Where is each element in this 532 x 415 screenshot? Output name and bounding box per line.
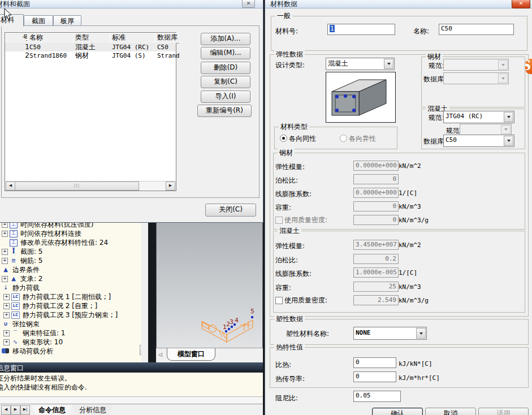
renumber-button[interactable]: 重新编号(R) xyxy=(197,105,252,117)
conductivity-field[interactable]: 0 xyxy=(353,371,396,382)
tree-item-moving-load-analysis[interactable]: 移动荷载分析 xyxy=(0,347,141,356)
tree-item-rebar[interactable]: + ≣ 钢筋: 5 xyxy=(0,256,141,265)
steel-weight-field: 0 xyxy=(353,201,399,211)
column-header-db[interactable]: 数据库 xyxy=(155,33,179,44)
boundary-icon: ▲ xyxy=(2,266,10,273)
tree-item-supports[interactable]: + ▲ 支承: 2 xyxy=(0,274,141,283)
ok-button[interactable]: 确认 xyxy=(372,408,423,415)
steel-spec-label: 规范: xyxy=(429,61,444,71)
concrete-mass-density-checkbox[interactable] xyxy=(275,297,283,304)
tab-scroll-left-button[interactable]: ◀ xyxy=(1,405,11,415)
import-button[interactable]: 导入(I) xyxy=(201,90,250,103)
scrollbar-thumb[interactable]: ||| xyxy=(15,181,139,191)
scroll-left-icon[interactable]: ◀ xyxy=(6,181,15,191)
tree-item-boundary-conditions[interactable]: ▲ 边界条件 xyxy=(0,265,141,274)
tree-item-label: 截面: 5 xyxy=(20,248,43,256)
tree-item-load-case-3[interactable]: + LC 静力荷载工况 3 [预应力钢束 ; ] xyxy=(0,310,141,319)
concrete-db-dropdown[interactable]: C50 xyxy=(443,135,514,147)
isotropic-radio[interactable] xyxy=(280,135,287,142)
tree-item-modify-element-material[interactable]: 工 修改单元依存材料特性值: 24 xyxy=(0,238,141,247)
tab-analysis-info[interactable]: 分析信息 xyxy=(72,405,113,415)
tree-item-static-loads[interactable]: ↓ 静力荷载 xyxy=(0,283,141,292)
tab-command-info[interactable]: 命令信息 xyxy=(32,405,72,415)
steel-mass-density-label: 使用质量密度: xyxy=(284,215,327,225)
tree-item-label: 时间依存性材料连接 xyxy=(20,230,81,237)
damping-ratio-field[interactable]: 0.05 xyxy=(353,391,401,402)
concrete-spec2-dropdown xyxy=(460,124,512,135)
node-label: 3 xyxy=(230,318,233,326)
steel-modulus-label: 弹性模量: xyxy=(275,162,305,172)
tab-scroll-right-button[interactable]: ▶ xyxy=(11,405,20,415)
tree-item-sections[interactable]: + I 截面: 5 xyxy=(0,247,141,256)
anisotropic-label: 各向异性 xyxy=(349,134,376,144)
group-label: 钢材 xyxy=(426,53,443,60)
chevron-down-icon[interactable] xyxy=(384,59,393,69)
chevron-down-icon[interactable] xyxy=(416,328,426,339)
cell-type: 钢材 xyxy=(73,51,114,60)
expand-icon[interactable]: + xyxy=(2,276,8,282)
conductivity-unit: kJ/m*hr*[C] xyxy=(399,374,440,382)
chevron-down-icon xyxy=(498,74,508,83)
material-no-label: 材料号: xyxy=(275,27,298,36)
cancel-button[interactable]: 取消 xyxy=(425,408,476,415)
material-table[interactable]: 号 名称 类型 标准 数据库 1 C50 混凝土 JTG04 (RC) C50 … xyxy=(5,32,176,191)
conductivity-label: 热传导率: xyxy=(275,374,305,384)
concrete-expansion-field: 1.0000e-005 xyxy=(353,267,399,278)
table-row[interactable]: 2 Strand1860 钢材 JTG04 (S) Strand1860 xyxy=(5,51,176,60)
tree-item-tendons[interactable]: ∪ 张拉钢束 xyxy=(0,319,141,328)
plastic-material-dropdown[interactable]: NONE xyxy=(353,327,427,340)
material-no-field[interactable]: 1 xyxy=(327,24,395,35)
tree-item-tendon-property[interactable]: + ⌒ 钢束特征值: 1 xyxy=(0,328,141,338)
add-button[interactable]: 添加(A)... xyxy=(201,33,250,45)
horizontal-scrollbar[interactable]: ◀ ||| ▶ xyxy=(6,181,175,190)
model-viewport[interactable]: 1 2 3 4 5 xyxy=(156,222,263,349)
specific-heat-field[interactable]: 0 xyxy=(353,357,396,368)
chevron-down-icon[interactable] xyxy=(504,112,513,122)
concrete-expansion-label: 线膨胀系数: xyxy=(275,269,312,279)
expand-icon[interactable]: + xyxy=(3,312,10,318)
dialog-titlebar[interactable]: 材料数据 xyxy=(265,0,532,8)
message-area: 验证分析结果时发生错误。 输入的快捷键没有相应的命令. xyxy=(0,372,263,397)
concrete-mass-density-field: 2.549 xyxy=(353,295,399,305)
steel-weight-label: 容重: xyxy=(275,203,291,213)
close-button[interactable]: 关闭(C) xyxy=(205,204,256,217)
dialog-titlebar[interactable]: 材料和截面 xyxy=(0,0,263,8)
column-header-type[interactable]: 类型 xyxy=(73,33,115,44)
edit-button[interactable]: 编辑(M)... xyxy=(201,47,250,59)
name-field[interactable]: C50 xyxy=(439,24,514,35)
steel-modulus-unit: kN/m^2 xyxy=(399,162,421,170)
tree-item-label: 修改单元依存材料特性值: 24 xyxy=(20,239,108,247)
viewport-frame xyxy=(148,222,156,362)
delete-button[interactable]: 删除(D) xyxy=(201,62,250,74)
expand-icon[interactable]: + xyxy=(2,231,8,237)
close-icon[interactable]: ✕ xyxy=(512,0,530,8)
expand-icon[interactable]: + xyxy=(3,330,10,336)
concrete-modulus-unit: kN/m^2 xyxy=(399,241,421,249)
expand-icon[interactable]: + xyxy=(2,258,8,264)
tab-prev-arrow[interactable]: ◁ xyxy=(158,352,162,357)
tree-item-label: 移动荷载分析 xyxy=(12,347,53,355)
tree-item-time-dependent-material-link[interactable]: + 工 时间依存性材料连接 xyxy=(0,229,141,238)
design-type-dropdown[interactable]: 混凝土 xyxy=(326,58,395,70)
tab-thickness[interactable]: 板厚 xyxy=(53,15,81,27)
copy-button[interactable]: 复制(C) xyxy=(201,76,250,88)
message-tab-bar: ◀ ▶ ▶| 命令信息 分析信息 xyxy=(0,404,263,415)
column-header-standard[interactable]: 标准 xyxy=(110,33,160,44)
tab-section[interactable]: 截面 xyxy=(24,15,53,27)
concrete-spec-dropdown[interactable]: JTG04 (RC) xyxy=(443,111,514,123)
tree-item-load-case-2[interactable]: + LC 静力荷载工况 2 [自重 ; ] xyxy=(0,301,141,310)
tree-item-tendon-shape[interactable]: + ∿ 钢束形状: 10 xyxy=(0,338,141,347)
tree-item-load-case-1[interactable]: + LC 静力荷载工况 1 [二期恒载 ; ] xyxy=(0,292,141,301)
tab-scroll-last-button[interactable]: ▶| xyxy=(20,405,30,415)
expand-icon[interactable]: + xyxy=(3,339,10,345)
overlay-s-icon[interactable]: S xyxy=(525,59,532,74)
tab-model-window[interactable]: 模型窗口 xyxy=(167,348,215,361)
scroll-right-icon[interactable]: ▶ xyxy=(166,181,175,191)
chevron-down-icon[interactable] xyxy=(504,136,513,146)
column-header-name[interactable]: 名称 xyxy=(27,33,78,44)
expand-icon[interactable]: + xyxy=(3,294,10,300)
table-row[interactable]: 1 C50 混凝土 JTG04 (RC) C50 xyxy=(5,43,176,51)
expand-icon[interactable]: + xyxy=(3,303,10,309)
expand-icon[interactable]: + xyxy=(2,249,8,255)
close-icon[interactable]: ✕ xyxy=(242,0,255,8)
